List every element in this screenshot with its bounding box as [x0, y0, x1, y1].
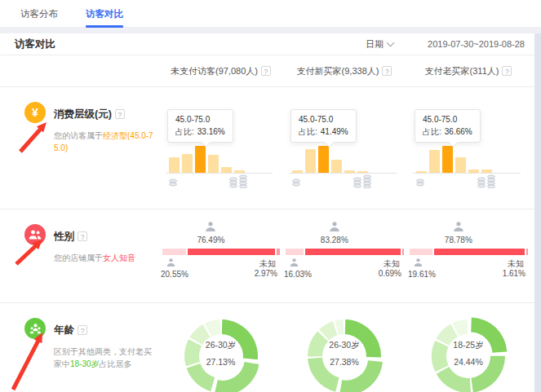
bar-group[interactable]	[416, 145, 492, 173]
x-axis	[166, 173, 273, 174]
female-segment	[188, 249, 275, 255]
column-header-label: 未支付访客(97,080人)	[171, 65, 258, 77]
female-icon	[328, 222, 340, 231]
column-header-row: 未支付访客(97,080人) ? 支付新买家(9,338人) ? 支付老买家(3…	[0, 55, 534, 87]
date-filter[interactable]: 日期 2019-07-30~2019-08-28	[366, 38, 525, 51]
tab-bar: 访客分布 访客对比	[0, 0, 541, 28]
tab-visitor-compare[interactable]: 访客对比	[86, 0, 123, 28]
male-percent: 16.03%	[284, 270, 312, 279]
bar	[429, 150, 440, 173]
date-filter-label[interactable]: 日期	[366, 38, 384, 51]
bar	[182, 154, 193, 173]
gender-bar-chart-unpaid[interactable]: 76.49% 20.55% 未知 2.97%	[159, 209, 282, 303]
gender-bar-chart-repeat-buyers[interactable]: 78.78% 19.61% 未知 1.61%	[406, 209, 530, 303]
visitor-compare-panel: 访客对比 日期 2019-07-30~2019-08-28 未支付访客(97,0…	[0, 33, 534, 392]
consumption-description: 您的访客属于经济型(45.0-75.0)	[54, 130, 155, 154]
x-axis	[289, 173, 397, 174]
consumption-bar-chart-unpaid[interactable]: 45.0-75.0 占比:33.16%	[159, 87, 282, 209]
consumption-title: 消费层级(元)	[54, 108, 112, 121]
chart-tooltip: 45.0-75.0 占比:36.66%	[415, 109, 481, 143]
consumption-bar-chart-new-buyers[interactable]: 45.0-75.0 占比:41.49%	[282, 87, 406, 209]
column-header-label: 支付老买家(311人)	[425, 65, 499, 77]
tooltip-range: 45.0-75.0	[299, 113, 348, 126]
female-segment	[305, 249, 401, 255]
desc-text: 您的访客属于	[54, 131, 103, 140]
panel-title: 访客对比	[15, 37, 55, 51]
help-icon[interactable]: ?	[382, 66, 392, 76]
panel-header: 访客对比 日期 2019-07-30~2019-08-28	[0, 33, 534, 55]
donut-percent: 27.38%	[329, 354, 359, 371]
page-background-strip	[534, 33, 541, 392]
bar	[221, 167, 232, 173]
donut-age-range: 18-25岁	[453, 337, 483, 354]
unknown-percent: 0.69%	[379, 269, 401, 278]
bar	[442, 146, 453, 173]
help-icon[interactable]: ?	[115, 109, 125, 119]
bar-group[interactable]	[292, 145, 368, 173]
column-header-unpaid-visitors: 未支付访客(97,080人) ?	[159, 65, 282, 77]
coin-stack-icon	[351, 174, 374, 188]
column-header-new-buyers: 支付新买家(9,338人) ?	[282, 65, 406, 77]
tooltip-range: 45.0-75.0	[175, 113, 225, 126]
help-icon[interactable]: ?	[78, 231, 87, 241]
tooltip-range: 45.0-75.0	[423, 113, 472, 126]
gender-stacked-bar[interactable]	[410, 249, 528, 255]
tooltip-label: 占比:	[423, 127, 441, 136]
coin-small-icon	[167, 178, 179, 187]
coin-small-icon	[290, 178, 302, 187]
page: 访客分布 访客对比 访客对比 日期 2019-07-30~2019-08-28 …	[0, 0, 541, 392]
male-icon	[289, 258, 299, 266]
desc-text: 您的店铺属于	[54, 253, 103, 262]
male-segment	[286, 249, 304, 255]
help-icon[interactable]: ?	[78, 325, 87, 335]
consumption-bar-chart-repeat-buyers[interactable]: 45.0-75.0 占比:36.66%	[406, 87, 530, 209]
tab-visitor-distribution[interactable]: 访客分布	[20, 0, 58, 28]
male-icon	[413, 258, 423, 266]
donut-segment	[432, 341, 449, 372]
coin-small-icon	[415, 178, 426, 187]
bar	[318, 146, 329, 173]
bar-group[interactable]	[169, 145, 245, 173]
unknown-percent: 2.97%	[255, 269, 277, 278]
gender-label-block: 性别 ? 您的店铺属于女人知音	[15, 209, 159, 303]
unknown-label: 未知	[259, 258, 276, 270]
age-donut-new-buyers[interactable]: 26-30岁 27.38%	[282, 303, 406, 392]
donut-center-label: 26-30岁 27.38%	[329, 337, 359, 371]
age-donut-unpaid[interactable]: 26-30岁 27.13%	[159, 303, 282, 392]
gender-stacked-bar[interactable]	[286, 249, 404, 255]
date-range-value[interactable]: 2019-07-30~2019-08-28	[428, 39, 525, 49]
donut-segment	[184, 339, 201, 366]
help-icon[interactable]: ?	[502, 66, 512, 76]
age-description: 区别于其他两类，支付老买家中18-30岁占比居多	[54, 346, 155, 370]
unknown-segment	[277, 249, 280, 255]
tooltip-value: 33.16%	[197, 127, 225, 136]
female-percent: 76.49%	[197, 236, 224, 244]
bar	[331, 160, 342, 173]
gender-title: 性别	[54, 230, 74, 244]
male-percent: 19.61%	[408, 270, 436, 279]
donut-percent: 24.44%	[453, 354, 483, 371]
consumption-label-block: ¥ 消费层级(元) ? 您的访客属于经济型(45.0-75.0)	[15, 87, 159, 209]
tooltip-value: 41.49%	[321, 127, 348, 136]
chart-tooltip: 45.0-75.0 占比:33.16%	[167, 109, 233, 143]
unknown-percent: 1.61%	[503, 269, 525, 278]
bar	[305, 149, 316, 173]
female-percent: 83.28%	[321, 236, 348, 244]
help-icon[interactable]: ?	[261, 66, 271, 76]
column-header-label: 支付新买家(9,338人)	[297, 65, 379, 77]
gender-bar-chart-new-buyers[interactable]: 83.28% 16.03% 未知 0.69%	[282, 209, 406, 303]
family-icon	[24, 318, 46, 339]
unknown-label: 未知	[508, 258, 524, 270]
tooltip-value: 36.66%	[445, 127, 472, 136]
bar	[195, 146, 206, 173]
gender-description: 您的店铺属于女人知音	[54, 252, 155, 264]
age-donut-repeat-buyers[interactable]: 18-25岁 24.44%	[406, 303, 530, 392]
male-icon	[166, 258, 176, 266]
gender-stacked-bar[interactable]	[162, 249, 280, 255]
age-title: 年龄	[54, 324, 74, 337]
male-percent: 20.55%	[161, 270, 188, 279]
bar	[169, 157, 180, 173]
column-header-repeat-buyers: 支付老买家(311人) ?	[406, 65, 530, 77]
row-age: 年龄 ? 区别于其他两类，支付老买家中18-30岁占比居多 26-30岁 27.…	[0, 303, 534, 392]
donut-center-label: 26-30岁 27.13%	[206, 337, 236, 371]
